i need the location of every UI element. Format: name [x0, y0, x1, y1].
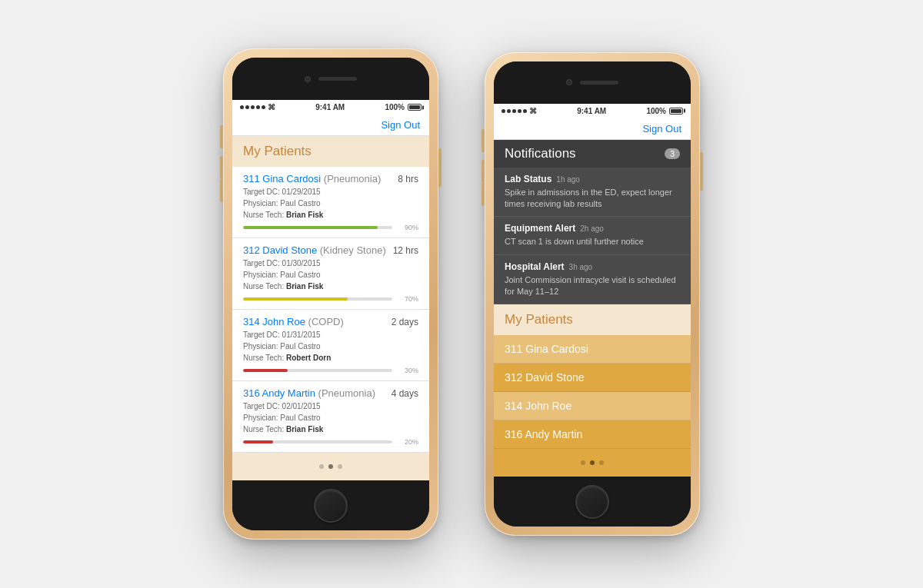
home-button-1[interactable]	[314, 489, 348, 523]
home-button-2[interactable]	[575, 485, 609, 519]
signal-dot-2	[512, 109, 516, 113]
phone-2-inner: ⌘ 9:41 AM 100% Sign Out Noti	[494, 61, 691, 527]
status-bar-1: ⌘ 9:41 AM 100%	[232, 100, 429, 115]
status-right-2: 100%	[646, 107, 683, 115]
phone-1-inner: ⌘ 9:41 AM 100% Sign Out My P	[232, 58, 429, 530]
tab-dot-3	[338, 464, 342, 469]
patient-item-2[interactable]: 312 David Stone (Kidney Stone) 12 hrs Ta…	[232, 238, 429, 310]
screen-2: ⌘ 9:41 AM 100% Sign Out Noti	[494, 104, 691, 477]
patient-detail-2: Target DC: 01/30/2015 Physician: Paul Ca…	[243, 257, 418, 292]
patient-nurse-4: Nurse Tech: Brian Fisk	[243, 424, 418, 435]
patient-condition-1: (Pneumonia)	[324, 173, 381, 184]
notif-time-1: 1h ago	[556, 175, 580, 184]
signal-dot	[251, 105, 255, 109]
patient-row-1: 311 Gina Cardosi (Pneumonia) 8 hrs	[243, 173, 418, 184]
patient-target-dc-2: Target DC: 01/30/2015	[243, 257, 418, 269]
patients-title-2: My Patients	[505, 312, 680, 327]
earpiece-2	[580, 81, 618, 85]
patient-target-dc-3: Target DC: 01/31/2015	[243, 329, 418, 341]
notif-header-1: Lab Status 1h ago	[505, 174, 680, 184]
battery-fill-2	[671, 109, 681, 113]
patient-condition-4: (Pneumonia)	[318, 387, 375, 399]
patient-time-1: 8 hrs	[398, 174, 418, 184]
progress-pct-3: 30%	[397, 367, 418, 374]
patient-detail-3: Target DC: 01/31/2015 Physician: Paul Ca…	[243, 329, 418, 364]
signal-dot	[240, 105, 244, 109]
signal-dot	[245, 105, 249, 109]
patient-physician-1: Physician: Paul Castro	[243, 198, 418, 209]
patient-name-3: 314 John Roe (COPD)	[243, 316, 344, 327]
progress-row-3: 30%	[243, 367, 418, 374]
progress-row-1: 90%	[243, 224, 418, 231]
sign-out-button-2[interactable]: Sign Out	[642, 123, 681, 135]
patient-detail-1: Target DC: 01/29/2015 Physician: Paul Ca…	[243, 186, 418, 221]
progress-bg-1	[243, 226, 392, 229]
signal-dot	[262, 105, 265, 109]
phone-2: ⌘ 9:41 AM 100% Sign Out Noti	[485, 52, 700, 537]
tab-dot-5	[590, 460, 595, 465]
progress-fill-4	[243, 440, 273, 443]
patient-list-item-4[interactable]: 316 Andy Martin	[494, 420, 691, 449]
patient-name-text-1: 311 Gina Cardosi	[243, 173, 321, 184]
nurse-name-3: Robert Dorn	[286, 354, 331, 362]
patient-name-2: 312 David Stone (Kidney Stone)	[243, 244, 386, 256]
patient-nurse-2: Nurse Tech: Brian Fisk	[243, 281, 418, 292]
progress-row-4: 20%	[243, 438, 418, 446]
patient-list-item-1[interactable]: 311 Gina Cardosi	[494, 335, 691, 364]
notif-item-1[interactable]: Lab Status 1h ago Spike in admissions in…	[494, 168, 691, 218]
nurse-name-2: Brian Fisk	[286, 282, 323, 291]
notif-item-2[interactable]: Equipment Alert 2h ago CT scan 1 is down…	[494, 217, 691, 254]
nurse-name-1: Brian Fisk	[286, 211, 323, 219]
top-bezel-1	[232, 58, 429, 100]
front-camera-2	[566, 79, 572, 85]
progress-row-2: 70%	[243, 295, 418, 303]
notifications-title: Notifications	[505, 146, 576, 161]
progress-pct-2: 70%	[397, 295, 418, 303]
patient-item-4[interactable]: 316 Andy Martin (Pneumonia) 4 days Targe…	[232, 381, 429, 453]
progress-pct-1: 90%	[397, 224, 418, 231]
patient-nurse-1: Nurse Tech: Brian Fisk	[243, 209, 418, 221]
patient-item-3[interactable]: 314 John Roe (COPD) 2 days Target DC: 01…	[232, 310, 429, 381]
screen-1: ⌘ 9:41 AM 100% Sign Out My P	[232, 100, 429, 480]
patients-header-2: My Patients	[494, 304, 691, 335]
notif-title-3: Hospital Alert	[505, 261, 565, 272]
battery-icon-2	[669, 108, 683, 115]
phone-1: ⌘ 9:41 AM 100% Sign Out My P	[223, 48, 438, 540]
sign-out-button-1[interactable]: Sign Out	[381, 119, 420, 131]
notif-header-3: Hospital Alert 3h ago	[505, 261, 680, 272]
patient-list-item-2[interactable]: 312 David Stone	[494, 364, 691, 392]
scene: ⌘ 9:41 AM 100% Sign Out My P	[0, 48, 923, 540]
notif-time-3: 3h ago	[569, 263, 593, 271]
notif-time-2: 2h ago	[580, 224, 604, 233]
progress-fill-1	[243, 226, 378, 229]
battery-icon-1	[408, 104, 422, 111]
progress-pct-4: 20%	[397, 438, 418, 446]
notifications-badge: 3	[665, 148, 680, 159]
notif-header-2: Equipment Alert 2h ago	[505, 223, 680, 234]
patient-item-1[interactable]: 311 Gina Cardosi (Pneumonia) 8 hrs Targe…	[232, 167, 429, 238]
patient-nurse-3: Nurse Tech: Robert Dorn	[243, 352, 418, 364]
tab-bar-1	[232, 453, 429, 480]
top-bezel-2	[494, 61, 691, 104]
progress-fill-3	[243, 369, 288, 372]
patient-time-4: 4 days	[392, 388, 418, 399]
tab-dot-1	[319, 464, 324, 469]
patient-name-text-2: 312 David Stone	[243, 244, 317, 256]
signal-2	[501, 109, 527, 113]
patient-physician-3: Physician: Paul Castro	[243, 341, 418, 352]
patient-row-4: 316 Andy Martin (Pneumonia) 4 days	[243, 387, 418, 399]
wifi-icon-1: ⌘	[268, 103, 275, 111]
signal-dot	[256, 105, 260, 109]
tab-bar-2	[494, 449, 691, 477]
patient-row-2: 312 David Stone (Kidney Stone) 12 hrs	[243, 244, 418, 256]
patient-detail-4: Target DC: 02/01/2015 Physician: Paul Ca…	[243, 400, 418, 435]
progress-bg-3	[243, 369, 392, 372]
bottom-bezel-1	[232, 480, 429, 530]
notif-item-3[interactable]: Hospital Alert 3h ago Joint Commission i…	[494, 255, 691, 305]
patient-time-2: 12 hrs	[393, 245, 418, 256]
patient-name-text-3: 314 John Roe	[243, 316, 305, 327]
patient-list-item-3[interactable]: 314 John Roe	[494, 392, 691, 420]
battery-fill-1	[409, 105, 420, 109]
patient-condition-2: (Kidney Stone)	[320, 244, 386, 256]
notifications-header: Notifications 3	[494, 140, 691, 168]
